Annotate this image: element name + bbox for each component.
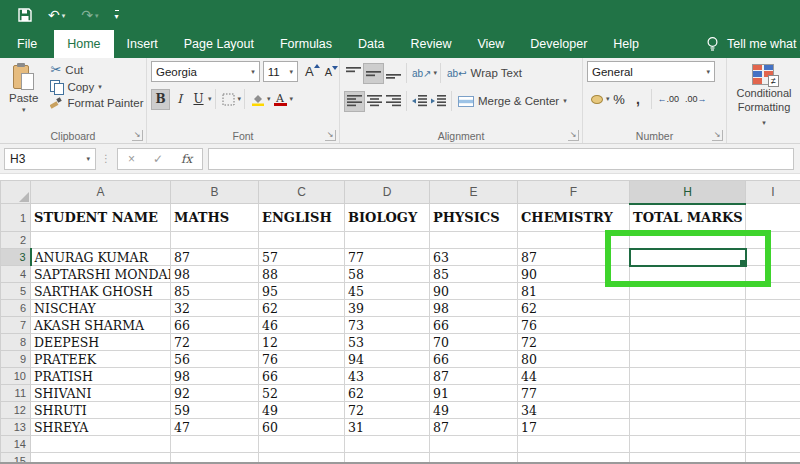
alignment-dialog-launcher[interactable]: ↘ bbox=[568, 130, 579, 141]
cell-A2[interactable] bbox=[31, 232, 171, 249]
tab-developer[interactable]: Developer bbox=[517, 30, 600, 58]
cell-E7[interactable]: 66 bbox=[430, 317, 518, 334]
font-size-combobox[interactable]: 11 ▾ bbox=[263, 61, 298, 82]
cell-H5[interactable] bbox=[630, 283, 746, 300]
orientation-button[interactable]: ab↗ bbox=[410, 63, 434, 84]
column-header-E[interactable]: E bbox=[430, 181, 518, 204]
decrease-font-size-button[interactable]: A bbox=[321, 66, 336, 78]
row-header-7[interactable]: 7 bbox=[1, 317, 31, 334]
enter-button[interactable]: ✓ bbox=[153, 152, 163, 166]
cell-F13[interactable]: 17 bbox=[518, 419, 630, 436]
cell-C14[interactable] bbox=[259, 436, 345, 453]
middle-align-button[interactable] bbox=[363, 63, 384, 84]
underline-button[interactable]: U bbox=[189, 89, 208, 110]
cell-E1[interactable]: PHYSICS bbox=[430, 204, 518, 232]
bottom-align-button[interactable] bbox=[384, 63, 403, 84]
cell-A14[interactable] bbox=[31, 436, 171, 453]
undo-button[interactable]: ↶ ▾ bbox=[42, 6, 71, 24]
number-dialog-launcher[interactable]: ↘ bbox=[712, 130, 723, 141]
cell-H1[interactable]: TOTAL MARKS bbox=[630, 204, 746, 232]
cell-E10[interactable]: 87 bbox=[430, 368, 518, 385]
cell-B1[interactable]: MATHS bbox=[171, 204, 259, 232]
font-name-combobox[interactable]: Georgia ▾ bbox=[151, 61, 260, 82]
tell-me-box[interactable]: Tell me what you want to do bbox=[706, 30, 800, 58]
cancel-button[interactable]: × bbox=[128, 152, 135, 166]
cell-B9[interactable]: 56 bbox=[171, 351, 259, 368]
cell-I12[interactable] bbox=[746, 402, 800, 419]
cell-C1[interactable]: ENGLISH bbox=[259, 204, 345, 232]
cell-C2[interactable] bbox=[259, 232, 345, 249]
cell-E14[interactable] bbox=[430, 436, 518, 453]
column-header-I[interactable]: I bbox=[746, 181, 800, 204]
tab-insert[interactable]: Insert bbox=[114, 30, 171, 58]
row-header-5[interactable]: 5 bbox=[1, 283, 31, 300]
tab-help[interactable]: Help bbox=[600, 30, 652, 58]
column-header-B[interactable]: B bbox=[171, 181, 259, 204]
italic-button[interactable]: I bbox=[170, 89, 189, 110]
cell-B7[interactable]: 66 bbox=[171, 317, 259, 334]
row-header-1[interactable]: 1 bbox=[1, 204, 31, 232]
cell-I2[interactable] bbox=[746, 232, 800, 249]
cell-H2[interactable] bbox=[630, 232, 746, 249]
row-header-11[interactable]: 11 bbox=[1, 385, 31, 402]
cell-E3[interactable]: 63 bbox=[430, 249, 518, 266]
tab-review[interactable]: Review bbox=[397, 30, 464, 58]
cell-A11[interactable]: SHIVANI bbox=[31, 385, 171, 402]
cell-I9[interactable] bbox=[746, 351, 800, 368]
cell-A10[interactable]: PRATISH bbox=[31, 368, 171, 385]
cell-C6[interactable]: 62 bbox=[259, 300, 345, 317]
cell-E4[interactable]: 85 bbox=[430, 266, 518, 283]
tab-home[interactable]: Home bbox=[54, 30, 113, 58]
select-all-corner[interactable] bbox=[1, 181, 31, 204]
cell-H13[interactable] bbox=[630, 419, 746, 436]
cut-button[interactable]: ✂ Cut bbox=[47, 61, 146, 78]
cell-H9[interactable] bbox=[630, 351, 746, 368]
cell-I8[interactable] bbox=[746, 334, 800, 351]
insert-function-button[interactable]: fx bbox=[181, 152, 192, 166]
cell-D7[interactable]: 73 bbox=[345, 317, 430, 334]
cell-D5[interactable]: 45 bbox=[345, 283, 430, 300]
cell-F1[interactable]: CHEMISTRY bbox=[518, 204, 630, 232]
cell-B11[interactable]: 92 bbox=[171, 385, 259, 402]
cell-H4[interactable] bbox=[630, 266, 746, 283]
number-format-combobox[interactable]: General ▾ bbox=[587, 61, 715, 82]
cell-A12[interactable]: SHRUTI bbox=[31, 402, 171, 419]
decrease-indent-button[interactable] bbox=[410, 91, 429, 112]
cell-I5[interactable] bbox=[746, 283, 800, 300]
cell-F7[interactable]: 76 bbox=[518, 317, 630, 334]
conditional-formatting-button[interactable]: ≠ Conditional Formatting ▾ bbox=[731, 61, 797, 131]
cell-C3[interactable]: 57 bbox=[259, 249, 345, 266]
cell-H3[interactable] bbox=[630, 249, 746, 266]
cell-D11[interactable]: 62 bbox=[345, 385, 430, 402]
cell-D10[interactable]: 43 bbox=[345, 368, 430, 385]
comma-style-button[interactable]: , bbox=[629, 89, 648, 110]
accounting-format-button[interactable] bbox=[587, 89, 606, 110]
cell-H10[interactable] bbox=[630, 368, 746, 385]
cell-F5[interactable]: 81 bbox=[518, 283, 630, 300]
fill-color-button[interactable] bbox=[248, 89, 267, 110]
cell-I11[interactable] bbox=[746, 385, 800, 402]
cell-C10[interactable]: 66 bbox=[259, 368, 345, 385]
cell-A7[interactable]: AKASH SHARMA bbox=[31, 317, 171, 334]
formula-bar-splitter[interactable]: ⋮ bbox=[101, 153, 112, 164]
cell-B2[interactable] bbox=[171, 232, 259, 249]
name-box[interactable]: H3 ▾ bbox=[4, 148, 96, 170]
cell-C7[interactable]: 46 bbox=[259, 317, 345, 334]
cell-F14[interactable] bbox=[518, 436, 630, 453]
cell-D8[interactable]: 53 bbox=[345, 334, 430, 351]
cell-D3[interactable]: 77 bbox=[345, 249, 430, 266]
cell-A13[interactable]: SHREYA bbox=[31, 419, 171, 436]
increase-decimal-button[interactable]: ←.00 bbox=[655, 94, 683, 104]
cell-F8[interactable]: 72 bbox=[518, 334, 630, 351]
row-header-3[interactable]: 3 bbox=[1, 249, 31, 266]
cell-A4[interactable]: SAPTARSHI MONDAL bbox=[31, 266, 171, 283]
cell-I10[interactable] bbox=[746, 368, 800, 385]
cell-C12[interactable]: 49 bbox=[259, 402, 345, 419]
row-header-2[interactable]: 2 bbox=[1, 232, 31, 249]
cell-A9[interactable]: PRATEEK bbox=[31, 351, 171, 368]
cell-C9[interactable]: 76 bbox=[259, 351, 345, 368]
cell-H8[interactable] bbox=[630, 334, 746, 351]
cell-F3[interactable]: 87 bbox=[518, 249, 630, 266]
tab-page-layout[interactable]: Page Layout bbox=[171, 30, 267, 58]
cell-B3[interactable]: 87 bbox=[171, 249, 259, 266]
